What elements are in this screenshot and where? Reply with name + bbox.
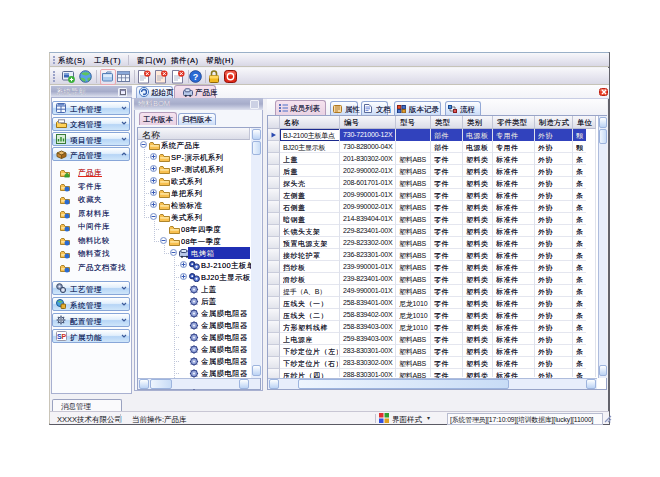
svg-text:?: ?: [193, 72, 199, 82]
svg-text:P: P: [62, 333, 67, 340]
